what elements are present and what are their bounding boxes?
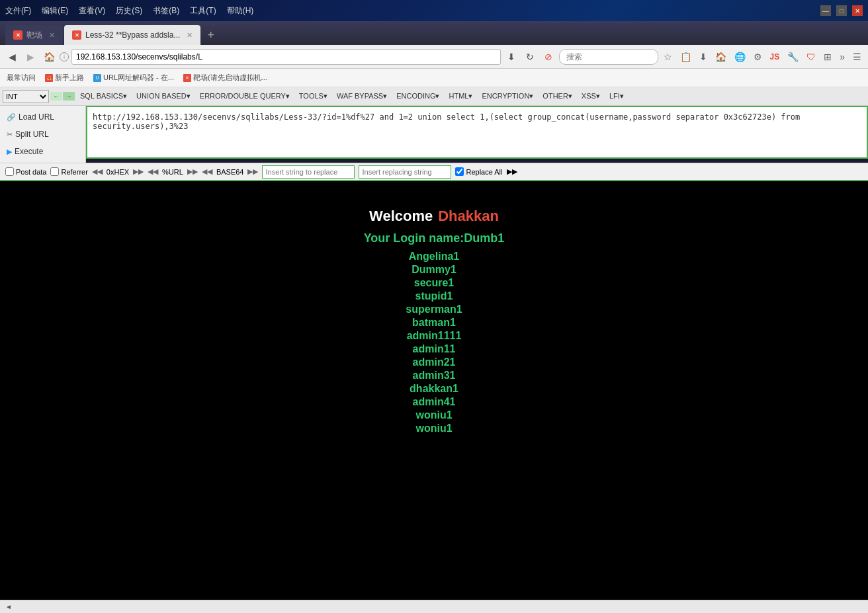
minimize-button[interactable]: — (820, 5, 831, 16)
welcome-text: Welcome (369, 208, 433, 225)
menu-view[interactable]: 查看(V) (79, 5, 105, 17)
tab-2[interactable]: ✕ Less-32 **Bypass addslа... ✕ (64, 25, 200, 45)
reload-button[interactable]: ↻ (522, 49, 538, 65)
layout-icon[interactable]: ⊞ (821, 50, 834, 63)
replace-arrow-btn[interactable]: ▶▶ (507, 167, 517, 176)
post-data-checkbox-label[interactable]: Post data (5, 167, 46, 176)
url-encode-right-btn[interactable]: ▶▶ (187, 167, 198, 176)
type-select[interactable]: INT String (3, 90, 49, 103)
right-arrow-btn[interactable]: → (63, 92, 75, 101)
bookmark-icon[interactable]: 📋 (677, 50, 694, 63)
user-item-8: admin21 (406, 356, 462, 368)
hex-label: 0xHEX (107, 168, 129, 176)
bookmarks-bar: 最常访问 🦊 新手上路 U URL网址解码器 - 在... ✕ 靶场(请先启动虚… (0, 69, 868, 87)
insert-string-input[interactable] (262, 165, 355, 179)
bookmark-most-visited-label: 最常访问 (7, 73, 36, 83)
forward-button[interactable]: ▶ (22, 49, 38, 65)
fire-icon[interactable]: 🔧 (785, 50, 801, 63)
tab-1[interactable]: ✕ 靶场 ✕ (5, 25, 63, 45)
toolbar-icons: ☆ 📋 ⬇ 🏠 🌐 ⚙ JS 🔧 🛡 ⊞ » ☰ (661, 50, 864, 63)
user-item-0: Angelina1 (406, 251, 462, 263)
menu-edit[interactable]: 编辑(E) (42, 5, 68, 17)
error-double-query-menu[interactable]: ERROR/DOUBLE QUERY▾ (196, 91, 294, 102)
load-url-button[interactable]: 🔗 Load URL (0, 108, 85, 126)
user-item-2: secure1 (406, 277, 462, 289)
url-textarea[interactable]: http://192.168.153.130/secenvs/sqlilabs/… (86, 106, 868, 159)
html-menu[interactable]: HTML▾ (445, 91, 476, 102)
stop-button[interactable]: ⊘ (541, 49, 556, 65)
menu-help[interactable]: 帮助(H) (227, 5, 254, 17)
waf-bypass-menu[interactable]: WAF BYPASS▾ (333, 91, 391, 102)
window-controls: — □ ✕ (820, 5, 863, 16)
referrer-checkbox-label[interactable]: Referrer (50, 167, 87, 176)
settings-icon[interactable]: ⚙ (751, 50, 765, 63)
replace-all-checkbox[interactable] (455, 167, 464, 176)
user-item-12: woniu1 (406, 409, 462, 421)
referrer-checkbox[interactable] (50, 167, 59, 176)
more-icon[interactable]: » (837, 50, 847, 63)
home-button[interactable]: 🏠 (41, 49, 57, 65)
other-menu[interactable]: OTHER▾ (539, 91, 576, 102)
close-button[interactable]: ✕ (852, 5, 863, 16)
lfi-menu[interactable]: LFI▾ (605, 91, 628, 102)
shield-icon[interactable]: 🛡 (804, 50, 818, 63)
encryption-menu[interactable]: ENCRYPTION▾ (478, 91, 537, 102)
new-tab-button[interactable]: + (202, 25, 220, 45)
download2-icon[interactable]: ⬇ (697, 50, 710, 63)
insert-replacing-input[interactable] (359, 165, 451, 179)
user-item-13: woniu1 (406, 423, 462, 434)
split-url-icon: ✂ (7, 130, 13, 139)
tools-menu[interactable]: TOOLS▾ (295, 91, 331, 102)
username-text: Dhakkan (438, 208, 499, 225)
home2-icon[interactable]: 🏠 (713, 50, 729, 63)
globe-icon[interactable]: 🌐 (732, 50, 748, 63)
menu-tools[interactable]: 工具(T) (190, 5, 216, 17)
info-icon: i (60, 52, 69, 61)
replace-right-arrow: ▶▶ (507, 167, 517, 176)
bookmark-target[interactable]: ✕ 靶场(请先启动虚拟机... (181, 71, 270, 84)
load-url-label: Load URL (19, 112, 54, 122)
tab-1-icon: ✕ (13, 30, 22, 40)
tab-2-close[interactable]: ✕ (187, 31, 193, 40)
bookmark-url-decoder[interactable]: U URL网址解码器 - 在... (91, 71, 177, 84)
menu-history[interactable]: 历史(S) (116, 5, 142, 17)
hex-encode-right-btn[interactable]: ▶▶ (133, 167, 144, 176)
back-button[interactable]: ◀ (4, 49, 20, 65)
tab-1-close[interactable]: ✕ (49, 31, 55, 40)
maximize-button[interactable]: □ (836, 5, 847, 16)
left-arrow-btn[interactable]: ← (50, 92, 62, 101)
bookmark-most-visited[interactable]: 最常访问 (4, 71, 38, 84)
js-icon[interactable]: JS (767, 51, 783, 63)
union-based-menu[interactable]: UNION BASED▾ (132, 91, 195, 102)
hex-left-arrow: ◀◀ (92, 167, 103, 176)
base64-left-arrow: ◀◀ (202, 167, 212, 176)
user-item-11: admin41 (406, 396, 462, 408)
post-data-checkbox[interactable] (5, 167, 14, 176)
base64-encode-right-btn[interactable]: ▶▶ (247, 167, 258, 176)
execute-icon: ▶ (7, 147, 12, 156)
sql-basics-menu[interactable]: SQL BASICS▾ (76, 91, 131, 102)
title-bar: 文件(F) 编辑(E) 查看(V) 历史(S) 书签(B) 工具(T) 帮助(H… (0, 0, 868, 21)
bookmark-new-user-label: 新手上路 (55, 73, 84, 83)
tab-1-label: 靶场 (26, 30, 42, 41)
hex-encode-left-btn[interactable]: ◀◀ (92, 167, 103, 176)
scroll-left-button[interactable]: ◄ (5, 603, 12, 610)
address-input[interactable] (71, 49, 501, 65)
replace-all-checkbox-label[interactable]: Replace All (455, 167, 502, 176)
base64-encode-left-btn[interactable]: ◀◀ (202, 167, 212, 176)
menu-bookmarks[interactable]: 书签(B) (153, 5, 179, 17)
url-label: %URL (162, 168, 183, 176)
user-item-9: admin31 (406, 370, 462, 382)
user-list: Angelina1 Dummy1 secure1 stupid1 superma… (406, 249, 462, 436)
star-icon[interactable]: ☆ (661, 50, 675, 63)
search-input[interactable] (559, 49, 658, 65)
menu-icon[interactable]: ☰ (850, 50, 864, 63)
split-url-button[interactable]: ✂ Split URL (0, 126, 85, 143)
encoding-menu[interactable]: ENCODING▾ (392, 91, 443, 102)
download-icon[interactable]: ⬇ (503, 49, 519, 65)
execute-button[interactable]: ▶ Execute (0, 143, 85, 160)
xss-menu[interactable]: XSS▾ (578, 91, 604, 102)
url-encode-left-btn[interactable]: ◀◀ (148, 167, 158, 176)
bookmark-new-user[interactable]: 🦊 新手上路 (42, 71, 87, 84)
menu-file[interactable]: 文件(F) (5, 5, 31, 17)
